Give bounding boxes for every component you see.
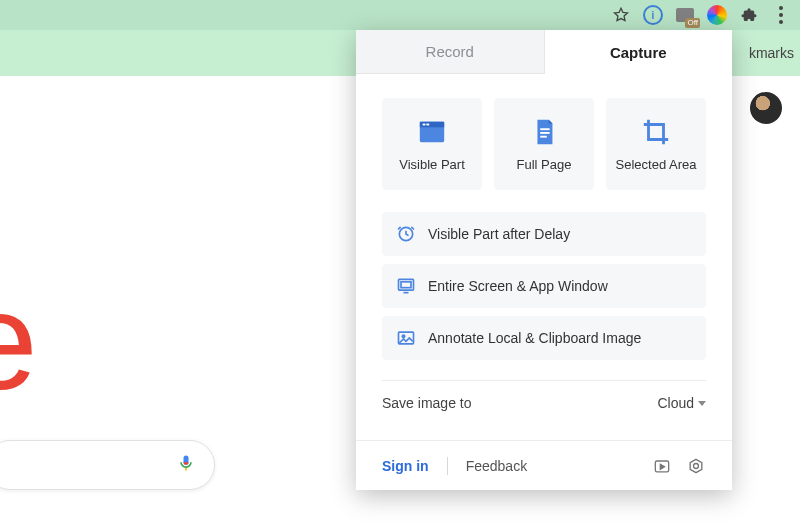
capture-card-row: Visible Part Full Page Selected Area [356,74,732,204]
svg-rect-5 [540,132,549,134]
save-destination-row: Save image to Cloud [356,381,732,411]
divider [447,457,448,475]
capture-extension-popup: Record Capture Visible Part Full Page Se… [356,30,732,490]
chevron-down-icon [698,401,706,406]
save-label: Save image to [382,395,472,411]
svg-point-13 [694,463,699,468]
search-input[interactable] [0,440,215,490]
settings-icon[interactable] [686,456,706,476]
entire-screen-button[interactable]: Entire Screen & App Window [382,264,706,308]
bookmarks-label-fragment: kmarks [749,45,794,61]
popup-footer: Sign in Feedback [356,440,732,490]
save-destination-select[interactable]: Cloud [657,395,706,411]
save-destination-value: Cloud [657,395,694,411]
clock-icon [396,224,416,244]
full-page-button[interactable]: Full Page [494,98,594,190]
video-library-icon[interactable] [652,456,672,476]
visible-part-button[interactable]: Visible Part [382,98,482,190]
selected-area-label: Selected Area [616,157,697,172]
image-icon [396,328,416,348]
visible-part-delay-label: Visible Part after Delay [428,226,570,242]
screen-icon [396,276,416,296]
avatar[interactable] [750,92,782,124]
browser-menu-icon[interactable] [770,4,792,26]
crop-icon [641,117,671,147]
annotate-local-label: Annotate Local & Clipboard Image [428,330,641,346]
extension-off-badge: Off [685,18,700,28]
feedback-link[interactable]: Feedback [466,458,527,474]
full-page-label: Full Page [517,157,572,172]
page-icon [529,117,559,147]
entire-screen-label: Entire Screen & App Window [428,278,608,294]
svg-rect-3 [426,123,429,125]
mic-icon[interactable] [176,453,196,477]
svg-rect-2 [423,123,426,125]
browser-toolbar: i Off [0,0,800,30]
extension-icon-1[interactable]: i [642,4,664,26]
window-icon [417,117,447,147]
google-logo-fragment: e [0,260,38,422]
extensions-puzzle-icon[interactable] [738,4,760,26]
annotate-local-button[interactable]: Annotate Local & Clipboard Image [382,316,706,360]
svg-point-11 [402,335,405,338]
extension-icon-2[interactable]: Off [674,4,696,26]
svg-rect-9 [401,282,411,288]
tab-record[interactable]: Record [356,30,545,74]
signin-link[interactable]: Sign in [382,458,429,474]
visible-part-label: Visible Part [399,157,465,172]
selected-area-button[interactable]: Selected Area [606,98,706,190]
svg-rect-4 [540,128,549,130]
popup-tabs: Record Capture [356,30,732,74]
extension-icon-3[interactable] [706,4,728,26]
visible-part-delay-button[interactable]: Visible Part after Delay [382,212,706,256]
tab-capture[interactable]: Capture [545,30,733,74]
bookmark-star-icon[interactable] [610,4,632,26]
svg-rect-6 [540,135,547,137]
